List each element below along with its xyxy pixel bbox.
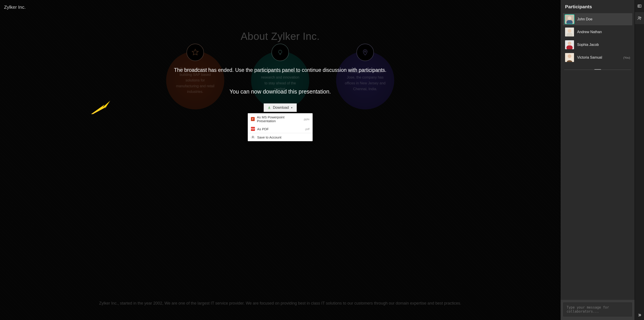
annotation-arrow-icon [90, 101, 111, 114]
avatar [565, 28, 574, 37]
svg-point-4 [568, 16, 571, 20]
participant-name: John Doe [577, 17, 592, 21]
svg-point-10 [568, 42, 571, 45]
participant-row[interactable]: Sophia Jacob [563, 39, 632, 51]
download-button[interactable]: Download ▼ [264, 103, 296, 112]
participant-row[interactable]: Victoria Samual (You) [563, 52, 632, 64]
participants-title: Participants [560, 0, 634, 13]
participants-panel-button[interactable] [635, 12, 644, 24]
pptx-extension: .pptx [303, 118, 310, 121]
save-to-cloud-icon [251, 135, 255, 139]
chat-input[interactable] [563, 302, 632, 316]
participant-row[interactable]: Andrew Nathan [563, 26, 632, 38]
caret-down-icon: ▼ [291, 107, 293, 109]
slides-panel-button[interactable] [635, 0, 644, 12]
participant-name: Sophia Jacob [577, 43, 599, 47]
avatar [565, 15, 574, 24]
download-as-pdf-label: As PDF [257, 127, 269, 131]
broadcast-ended-overlay: The broadcast has ended. Use the partici… [0, 0, 560, 320]
pdf-extension: .pdf [304, 127, 310, 131]
svg-point-7 [568, 29, 571, 33]
chevron-double-right-icon [638, 313, 642, 317]
save-to-account[interactable]: Save to Account [248, 133, 312, 141]
avatar [565, 40, 574, 49]
participants-panel: Participants John Doe Andrew Nathan Soph… [560, 0, 634, 320]
participant-you-badge: (You) [623, 56, 630, 59]
avatar [565, 53, 574, 62]
download-dropdown: P As MS Powerpoint Presentation .pptx PD… [248, 113, 312, 141]
participant-name: Andrew Nathan [577, 30, 602, 34]
download-icon [268, 106, 271, 109]
svg-marker-2 [91, 101, 110, 114]
side-rail [634, 0, 644, 320]
download-prompt: You can now download this presentation. [230, 88, 331, 95]
svg-point-17 [640, 17, 641, 18]
panel-resize-handle[interactable] [564, 70, 631, 70]
svg-point-16 [638, 17, 640, 18]
chat-area [560, 70, 634, 300]
download-button-label: Download [273, 106, 289, 110]
collapse-panel-button[interactable] [635, 310, 644, 320]
broadcast-ended-message: The broadcast has ended. Use the partici… [174, 67, 386, 73]
participant-name: Victoria Samual [577, 56, 602, 60]
svg-rect-8 [566, 33, 573, 37]
download-as-pptx[interactable]: P As MS Powerpoint Presentation .pptx [248, 113, 312, 125]
participants-icon [637, 16, 642, 20]
participant-row[interactable]: John Doe [563, 13, 632, 25]
chat-input-container [560, 300, 634, 320]
pdf-icon: PDF [251, 127, 255, 131]
svg-rect-15 [638, 5, 640, 7]
download-as-pptx-label: As MS Powerpoint Presentation [257, 115, 301, 123]
save-to-account-label: Save to Account [257, 135, 281, 139]
download-as-pdf[interactable]: PDF As PDF .pdf [248, 125, 312, 133]
svg-rect-5 [566, 20, 573, 24]
presentation-stage: About Zylker Inc. Our specialty lies in … [0, 0, 560, 320]
slides-icon [637, 4, 642, 8]
powerpoint-icon: P [251, 117, 255, 121]
svg-rect-11 [566, 46, 573, 49]
svg-point-13 [568, 54, 571, 58]
participants-list: John Doe Andrew Nathan Sophia Jacob Vict… [560, 13, 634, 64]
